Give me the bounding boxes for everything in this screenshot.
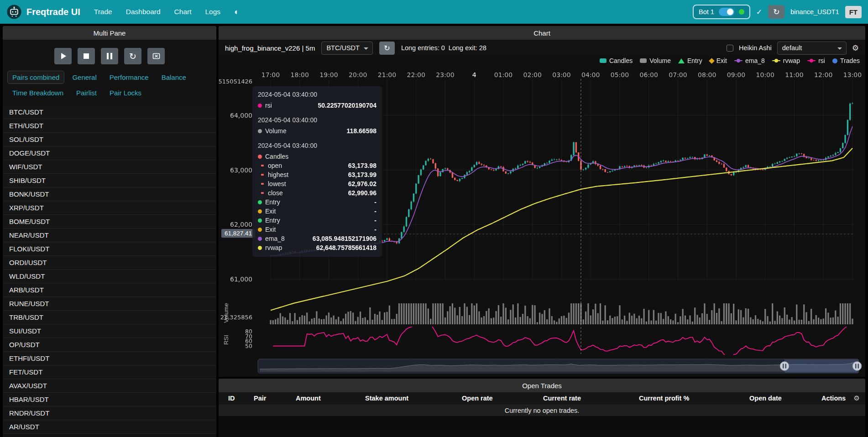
tab-pairs-combined[interactable]: Pairs combined: [7, 71, 64, 84]
tooltip-group: 2024-05-04 03:40:00Volume118.66598: [258, 116, 376, 135]
tooltip-group: 2024-05-04 03:40:00rsi50.22577020190704: [258, 91, 376, 110]
pair-row-doge[interactable]: DOGE/USDT: [3, 146, 216, 160]
column-header-actions: Actions: [821, 395, 846, 402]
pair-row-ethfi[interactable]: ETHFI/USDT: [3, 352, 216, 365]
pair-select[interactable]: BTC/USDT: [321, 42, 373, 55]
tab-time-breakdown[interactable]: Time Breakdown: [7, 86, 68, 99]
nav-link-chart[interactable]: Chart: [174, 8, 192, 16]
start-bot-button[interactable]: [54, 48, 72, 64]
tooltip-row-ema_8: ema_863,085.948152171906: [258, 234, 376, 243]
tooltip-value: 50.22577020190704: [318, 102, 376, 109]
pair-row-ordi[interactable]: ORDI/USDT: [3, 256, 216, 270]
multi-pane-tabs: Pairs combinedGeneralPerformanceBalanceT…: [3, 64, 216, 103]
column-header-id: ID: [228, 395, 235, 402]
clear-chart-button[interactable]: [147, 48, 165, 64]
pair-row-wld[interactable]: WLD/USDT: [3, 270, 216, 283]
tab-general[interactable]: General: [67, 71, 101, 84]
tooltip-label: Exit: [265, 208, 276, 215]
pair-row-bome[interactable]: BOME/USDT: [3, 215, 216, 229]
pair-row-bonk[interactable]: BONK/USDT: [3, 187, 216, 201]
navbar: Freqtrade UI TradeDashboardChartLogs ◐ B…: [0, 0, 868, 24]
legend-candles[interactable]: Candles: [600, 57, 633, 64]
stop-icon: [84, 53, 89, 59]
tooltip-label: Entry: [265, 217, 280, 224]
freqtrade-logo-icon: [6, 4, 22, 20]
column-header-open-rate: Open rate: [462, 395, 493, 402]
heikin-ashi-checkbox[interactable]: [727, 45, 733, 52]
entry-marker-icon: [258, 200, 262, 204]
nav-link-logs[interactable]: Logs: [205, 8, 220, 16]
tooltip-row-exit: Exit-: [258, 207, 376, 216]
tooltip-label: Entry: [265, 198, 280, 206]
pair-row-op[interactable]: OP/USDT: [3, 338, 216, 352]
pair-row-floki[interactable]: FLOKI/USDT: [3, 242, 216, 256]
column-header-open-date: Open date: [749, 395, 782, 402]
legend-trades[interactable]: Trades: [832, 57, 860, 64]
pair-row-rndr[interactable]: RNDR/USDT: [3, 406, 216, 420]
plot-config-select[interactable]: default: [777, 42, 847, 55]
legend-volume[interactable]: Volume: [640, 57, 671, 64]
legend-label: Candles: [609, 57, 633, 64]
freqtrade-brand[interactable]: Freqtrade UI: [6, 4, 80, 20]
ema_8-marker-icon: [734, 58, 743, 63]
reload-icon: ↻: [129, 52, 136, 61]
tooltip-label: close: [268, 189, 283, 197]
tab-pair-locks[interactable]: Pair Locks: [105, 86, 146, 99]
strategy-timeframe-label: high_frog_binance_v226 | 5m: [225, 44, 315, 52]
tooltip-row-lowest: lowest62,976.02: [258, 179, 376, 188]
pair-row-trb[interactable]: TRB/USDT: [3, 311, 216, 324]
pair-row-arb[interactable]: ARB/USDT: [3, 283, 216, 297]
navbar-right: Bot 1 ✓ ↻ binance_USDT1 FT: [693, 5, 862, 19]
chart-refresh-button[interactable]: ↻: [379, 42, 395, 55]
plot-settings-gear-icon[interactable]: ⚙: [852, 43, 859, 53]
reload-config-button[interactable]: ↻: [124, 48, 141, 64]
pair-row-xrp[interactable]: XRP/USDT: [3, 201, 216, 215]
tooltip-timestamp: 2024-05-04 03:40:00: [258, 91, 376, 98]
pair-row-rune[interactable]: RUNE/USDT: [3, 297, 216, 311]
tooltip-value: -: [374, 226, 376, 233]
legend-rvwap[interactable]: rvwap: [772, 57, 800, 64]
tooltip-label: lowest: [268, 180, 286, 187]
chart-tooltip: 2024-05-04 03:40:00rsi50.225770201907042…: [252, 86, 382, 257]
tooltip-value: 62,990.96: [348, 189, 376, 197]
pair-row-hbar[interactable]: HBAR/USDT: [3, 393, 216, 406]
pair-row-ar[interactable]: AR/USDT: [3, 420, 216, 434]
bot-select-check-icon: ✓: [756, 8, 762, 16]
stop-bot-button[interactable]: [78, 48, 95, 64]
pair-row-sol[interactable]: SOL/USDT: [3, 133, 216, 146]
tab-balance[interactable]: Balance: [157, 71, 191, 84]
pair-row-wif[interactable]: WIF/USDT: [3, 160, 216, 174]
nav-link-trade[interactable]: Trade: [94, 8, 112, 16]
nav-link-dashboard[interactable]: Dashboard: [126, 8, 161, 16]
rsi-marker-icon: [258, 104, 262, 108]
global-refresh-button[interactable]: ↻: [768, 5, 784, 19]
tooltip-value: 118.66598: [347, 127, 376, 135]
table-settings-gear-icon[interactable]: ⚙: [854, 394, 860, 402]
pair-row-shib[interactable]: SHIB/USDT: [3, 174, 216, 187]
user-avatar[interactable]: FT: [845, 6, 862, 18]
pair-row-eth[interactable]: ETH/USDT: [3, 119, 216, 133]
bot-selector[interactable]: Bot 1: [693, 5, 750, 19]
tooltip-value: 63,173.99: [348, 171, 376, 178]
pair-row-btc[interactable]: BTC/USDT: [3, 105, 216, 119]
pair-row-sui[interactable]: SUI/USDT: [3, 324, 216, 338]
theme-toggle-icon[interactable]: ◐: [234, 7, 239, 17]
legend-ema_8[interactable]: ema_8: [734, 57, 765, 64]
legend-rsi[interactable]: rsi: [807, 57, 825, 64]
pair-row-avax[interactable]: AVAX/USDT: [3, 379, 216, 393]
legend-entry[interactable]: Entry: [678, 57, 702, 64]
column-header-pair: Pair: [254, 395, 266, 402]
pause-bot-button[interactable]: [101, 48, 118, 64]
pair-row-fet[interactable]: FET/USDT: [3, 365, 216, 379]
bot-toggle[interactable]: [719, 8, 734, 16]
legend-exit[interactable]: Exit: [710, 57, 727, 64]
chart-panel: Chart high_frog_binance_v226 | 5m BTC/US…: [219, 26, 865, 377]
legend-label: rsi: [818, 57, 825, 64]
tooltip-label: rsi: [265, 102, 272, 109]
tab-performance[interactable]: Performance: [105, 71, 154, 84]
legend-label: Trades: [840, 57, 860, 64]
tooltip-value: 62,648.75785661418: [316, 244, 376, 251]
chart-panel-header: Chart: [219, 26, 865, 40]
pair-row-near[interactable]: NEAR/USDT: [3, 229, 216, 242]
tab-pairlist[interactable]: Pairlist: [71, 86, 102, 99]
